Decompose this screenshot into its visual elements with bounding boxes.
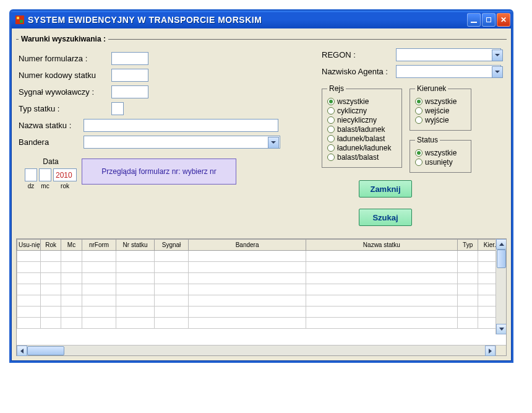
status-usuniety[interactable]: usunięty bbox=[415, 158, 466, 167]
table-row[interactable] bbox=[17, 284, 506, 295]
horizontal-scrollbar[interactable] bbox=[17, 345, 496, 355]
client-area: Warunki wyszukiwania : Numer formularza … bbox=[11, 28, 512, 361]
scroll-up-icon[interactable] bbox=[496, 239, 506, 250]
date-rok-cap: rok bbox=[53, 183, 77, 189]
table-row[interactable] bbox=[17, 295, 506, 306]
bandera-label: Bandera bbox=[19, 137, 84, 147]
date-rok-input[interactable] bbox=[53, 168, 77, 181]
numer-kodowy-input[interactable] bbox=[111, 69, 148, 82]
date-dz-input[interactable] bbox=[25, 168, 37, 181]
typ-input[interactable] bbox=[111, 102, 124, 115]
maximize-button[interactable] bbox=[482, 13, 496, 27]
col-mc[interactable]: Mc bbox=[61, 240, 82, 251]
date-mc-cap: mc bbox=[39, 183, 51, 189]
regon-select[interactable] bbox=[396, 48, 501, 61]
rejs-cykliczny[interactable]: cykliczny bbox=[327, 107, 397, 115]
browse-form-button[interactable]: Przeglądaj formularz nr: wybierz nr bbox=[82, 159, 236, 185]
table-row[interactable] bbox=[17, 318, 506, 329]
radio-icon bbox=[327, 126, 335, 133]
col-rok[interactable]: Rok bbox=[40, 240, 61, 251]
app-window: SYSTEM EWIDENCYJNY W TRANSPORCIE MORSKIM… bbox=[9, 9, 513, 363]
radio-icon bbox=[327, 144, 335, 152]
kierunek-wyjscie[interactable]: wyjście bbox=[415, 116, 466, 124]
rejs-ladunek-balast[interactable]: ładunek/balast bbox=[327, 134, 397, 143]
status-wszystkie[interactable]: wszystkie bbox=[415, 149, 466, 157]
radio-icon bbox=[327, 107, 335, 115]
app-icon bbox=[15, 15, 25, 25]
status-legend: Status bbox=[415, 136, 440, 144]
results-grid[interactable]: Usu-nięty Rok Mc nrForm Nr statku Sygnał… bbox=[17, 239, 506, 329]
radio-icon bbox=[327, 135, 335, 142]
rejs-group: Rejs wszystkie cykliczny niecykliczny ba… bbox=[322, 84, 402, 168]
radio-icon bbox=[327, 154, 335, 161]
scroll-thumb[interactable] bbox=[27, 346, 64, 355]
col-typ[interactable]: Typ bbox=[457, 240, 478, 251]
radio-icon bbox=[415, 98, 423, 105]
results-table: Usu-nięty Rok Mc nrForm Nr statku Sygnał… bbox=[16, 238, 507, 356]
date-label: Data bbox=[43, 157, 58, 166]
table-row[interactable] bbox=[17, 273, 506, 284]
scroll-thumb[interactable] bbox=[497, 250, 506, 268]
search-legend: Warunki wyszukiwania : bbox=[19, 35, 108, 43]
radio-icon bbox=[415, 159, 423, 166]
nazwa-statku-input[interactable] bbox=[84, 119, 278, 132]
kierunek-legend: Kierunek bbox=[415, 84, 448, 93]
table-row[interactable] bbox=[17, 251, 506, 262]
close-window-button[interactable]: ✕ bbox=[497, 13, 510, 27]
minimize-button[interactable] bbox=[467, 13, 481, 27]
svg-rect-2 bbox=[20, 20, 23, 23]
bandera-select[interactable] bbox=[84, 136, 280, 149]
window-title: SYSTEM EWIDENCYJNY W TRANSPORCIE MORSKIM bbox=[28, 15, 467, 25]
agent-select[interactable] bbox=[396, 65, 501, 78]
numer-formularza-input[interactable] bbox=[111, 52, 148, 65]
col-sygnal[interactable]: Sygnał bbox=[154, 240, 189, 251]
col-nrform[interactable]: nrForm bbox=[82, 240, 116, 251]
col-usuniety[interactable]: Usu-nięty bbox=[17, 240, 41, 251]
radio-icon bbox=[415, 116, 423, 124]
table-row[interactable] bbox=[17, 306, 506, 318]
scroll-right-icon[interactable] bbox=[485, 346, 496, 356]
date-group: Data dz mc rok bbox=[25, 157, 77, 189]
szukaj-button[interactable]: Szukaj bbox=[359, 209, 412, 226]
typ-label: Typ statku : bbox=[19, 104, 111, 113]
nazwa-statku-label: Nazwa statku : bbox=[19, 121, 84, 130]
rejs-legend: Rejs bbox=[327, 84, 346, 93]
rejs-ladunek-ladunek[interactable]: ładunek/ładunek bbox=[327, 144, 397, 152]
rejs-niecykliczny[interactable]: niecykliczny bbox=[327, 116, 397, 124]
date-dz-cap: dz bbox=[25, 183, 37, 189]
kierunek-wejscie[interactable]: wejście bbox=[415, 107, 466, 115]
svg-rect-1 bbox=[17, 17, 19, 19]
titlebar: SYSTEM EWIDENCYJNY W TRANSPORCIE MORSKIM… bbox=[11, 11, 512, 28]
search-conditions-group: Warunki wyszukiwania : Numer formularza … bbox=[16, 35, 507, 233]
regon-label: REGON : bbox=[322, 50, 396, 59]
radio-icon bbox=[415, 149, 423, 157]
kierunek-wszystkie[interactable]: wszystkie bbox=[415, 97, 466, 106]
col-nazwa[interactable]: Nazwa statku bbox=[306, 240, 457, 251]
col-bandera[interactable]: Bandera bbox=[189, 240, 306, 251]
col-nrstatku[interactable]: Nr statku bbox=[116, 240, 154, 251]
date-mc-input[interactable] bbox=[39, 168, 51, 181]
numer-formularza-label: Numer formularza : bbox=[19, 54, 111, 63]
radio-icon bbox=[327, 116, 335, 124]
sygnal-input[interactable] bbox=[111, 85, 148, 98]
scroll-corner bbox=[496, 345, 506, 355]
scroll-down-icon[interactable] bbox=[496, 324, 506, 334]
numer-kodowy-label: Numer kodowy statku bbox=[19, 71, 111, 80]
zamknij-button[interactable]: Zamknij bbox=[359, 180, 412, 198]
rejs-balast-ladunek[interactable]: balast/ładunek bbox=[327, 125, 397, 134]
radio-icon bbox=[327, 98, 335, 105]
agent-label: Nazwisko Agenta : bbox=[322, 67, 396, 76]
vertical-scrollbar[interactable] bbox=[496, 239, 506, 334]
kierunek-group: Kierunek wszystkie wejście wyjście bbox=[410, 84, 471, 131]
sygnal-label: Sygnał wywoławczy : bbox=[19, 87, 111, 97]
table-row[interactable] bbox=[17, 262, 506, 273]
scroll-left-icon[interactable] bbox=[17, 346, 27, 356]
radio-icon bbox=[415, 107, 423, 115]
status-group: Status wszystkie usunięty bbox=[410, 136, 471, 173]
rejs-wszystkie[interactable]: wszystkie bbox=[327, 97, 397, 106]
rejs-balast-balast[interactable]: balast/balast bbox=[327, 153, 397, 162]
